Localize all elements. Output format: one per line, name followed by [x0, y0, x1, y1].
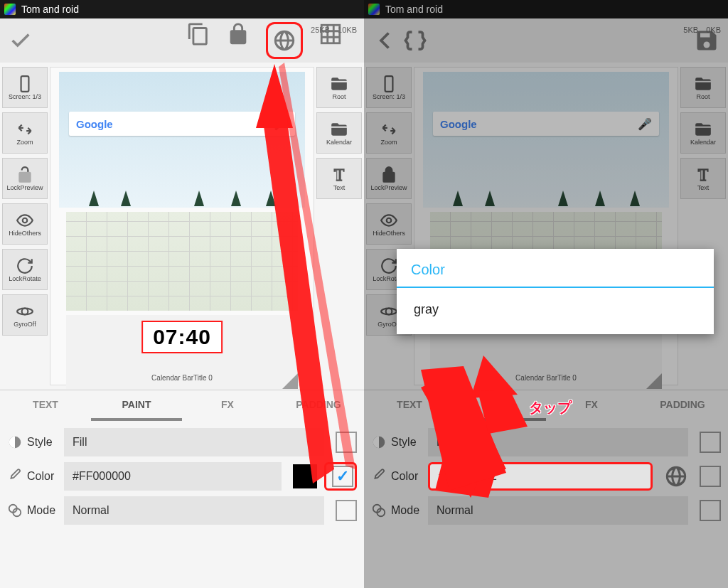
sidebar-item-root[interactable]: Root — [316, 67, 362, 108]
row-style: Style Fill — [371, 425, 721, 459]
globe-icon[interactable] — [664, 464, 688, 488]
sidebar-item-screen[interactable]: Screen: 1/3 — [2, 67, 48, 108]
color-value[interactable]: #B8323232 — [428, 462, 653, 491]
style-checkbox[interactable] — [336, 432, 357, 453]
title-bar: Tom and roid — [0, 0, 364, 18]
row-color: Color #FF000000 — [7, 459, 357, 493]
svg-point-4 — [17, 309, 33, 315]
svg-point-12 — [387, 218, 392, 223]
globe-icon[interactable] — [272, 28, 296, 53]
color-dialog: Color gray — [397, 249, 714, 334]
copy-icon[interactable] — [186, 22, 210, 46]
tab-bar: TEXT PAINT FX PADDING — [0, 390, 364, 418]
sidebar-item-text[interactable]: Text — [680, 158, 726, 199]
resize-handle[interactable] — [282, 373, 298, 389]
sidebar-item-kalendar[interactable]: Kalendar — [316, 112, 362, 154]
tab-padding[interactable]: PADDING — [273, 390, 364, 418]
row-style: Style Fill — [7, 425, 357, 459]
brackets-icon[interactable] — [402, 28, 428, 53]
sidebar-item-root[interactable]: Root — [680, 67, 726, 108]
style-checkbox[interactable] — [700, 432, 721, 453]
color-swatch[interactable] — [293, 464, 317, 488]
sidebar-item-lockpreview[interactable]: LockPreview — [366, 158, 412, 199]
svg-point-14 — [381, 309, 397, 315]
lock-icon[interactable] — [226, 22, 250, 46]
workspace: Screen: 1/3 Zoom LockPreview HideOthers … — [364, 63, 728, 390]
sidebar-item-zoom[interactable]: Zoom — [2, 112, 48, 154]
title-bar: Tom and roid — [364, 0, 728, 18]
sidebar-item-hideothers[interactable]: HideOthers — [366, 203, 412, 245]
top-toolbar — [364, 18, 728, 63]
app-title: Tom and roid — [385, 4, 443, 15]
svg-point-3 — [22, 309, 28, 315]
row-mode: Mode Normal — [371, 493, 721, 528]
left-sidebar: Screen: 1/3 Zoom LockPreview HideOthers … — [364, 63, 414, 390]
property-rows: Style Fill Color #B8323232 Mode Normal — [364, 421, 728, 528]
sidebar-item-lockpreview[interactable]: LockPreview — [2, 158, 48, 199]
sidebar-item-text[interactable]: Text — [316, 158, 362, 199]
sidebar-item-gyro[interactable]: GyroOff — [2, 294, 48, 336]
tab-text[interactable]: TEXT — [364, 390, 455, 418]
mode-checkbox[interactable] — [700, 500, 721, 521]
mode-value[interactable]: Normal — [64, 496, 324, 525]
mic-icon[interactable]: 🎤 — [274, 117, 288, 131]
sidebar-item-hideothers[interactable]: HideOthers — [2, 203, 48, 245]
svg-point-13 — [386, 309, 392, 315]
calendar-text: Calendar BarTitle 0 — [66, 374, 298, 382]
right-sidebar: Root Kalendar Text — [314, 63, 364, 390]
google-search-bar[interactable]: Google🎤 — [69, 112, 295, 136]
preview-canvas[interactable]: Google🎤 Calendar BarTitle 0 — [414, 67, 678, 385]
card-area: 07:40 Calendar BarTitle 0 — [66, 315, 298, 389]
svg-rect-1 — [21, 76, 29, 92]
property-rows: Style Fill Color #FF000000 Mode Normal — [0, 421, 364, 528]
tab-fx[interactable]: FX — [182, 390, 273, 418]
workspace: Screen: 1/3 Zoom LockPreview HideOthers … — [0, 63, 364, 390]
dialog-input[interactable]: gray — [411, 288, 700, 334]
mode-value[interactable]: Normal — [428, 496, 688, 525]
back-icon[interactable] — [373, 28, 398, 53]
style-value[interactable]: Fill — [64, 428, 324, 456]
color-value[interactable]: #FF000000 — [64, 462, 282, 491]
right-sidebar: Root Kalendar Text — [678, 63, 728, 390]
tab-padding[interactable]: PADDING — [637, 390, 728, 418]
right-panel: Tom and roid 5KB 0KB Screen: 1/3 Zoom Lo… — [364, 0, 728, 588]
mic-icon[interactable]: 🎤 — [638, 117, 652, 131]
sidebar-item-screen[interactable]: Screen: 1/3 — [366, 67, 412, 108]
tap-annotation: タップ — [529, 398, 572, 417]
clock-text[interactable]: 07:40 — [141, 321, 223, 353]
style-value[interactable]: Fill — [428, 428, 688, 456]
map-widget[interactable] — [66, 212, 298, 311]
sidebar-item-kalendar[interactable]: Kalendar — [680, 112, 726, 154]
left-sidebar: Screen: 1/3 Zoom LockPreview HideOthers … — [0, 63, 50, 390]
app-title: Tom and roid — [21, 4, 79, 15]
mode-checkbox[interactable] — [336, 500, 357, 521]
color-checkbox[interactable] — [700, 466, 721, 487]
color-checkbox[interactable] — [332, 466, 353, 487]
svg-point-2 — [23, 218, 28, 223]
sidebar-item-lockrotate[interactable]: LockRotate — [2, 249, 48, 290]
tab-text[interactable]: TEXT — [0, 390, 91, 418]
row-color: Color #B8323232 — [371, 459, 721, 493]
preview-canvas[interactable]: Google🎤 07:40 Calendar BarTitle 0 — [50, 67, 314, 385]
memory-stats: 25KB 10KB — [305, 26, 357, 34]
memory-stats: 5KB 0KB — [678, 26, 721, 34]
dialog-title: Color — [411, 262, 700, 278]
row-mode: Mode Normal — [7, 493, 357, 528]
sidebar-item-zoom[interactable]: Zoom — [366, 112, 412, 154]
app-icon — [4, 4, 16, 15]
wallpaper: Google🎤 — [59, 72, 305, 208]
tab-paint[interactable]: PAINT — [91, 390, 182, 418]
globe-button-highlight — [266, 22, 303, 59]
confirm-button[interactable] — [9, 28, 33, 53]
app-icon — [368, 4, 380, 15]
svg-rect-11 — [385, 76, 393, 92]
left-panel: Tom and roid 25KB 10KB Screen: 1/3 Zoom … — [0, 0, 364, 588]
